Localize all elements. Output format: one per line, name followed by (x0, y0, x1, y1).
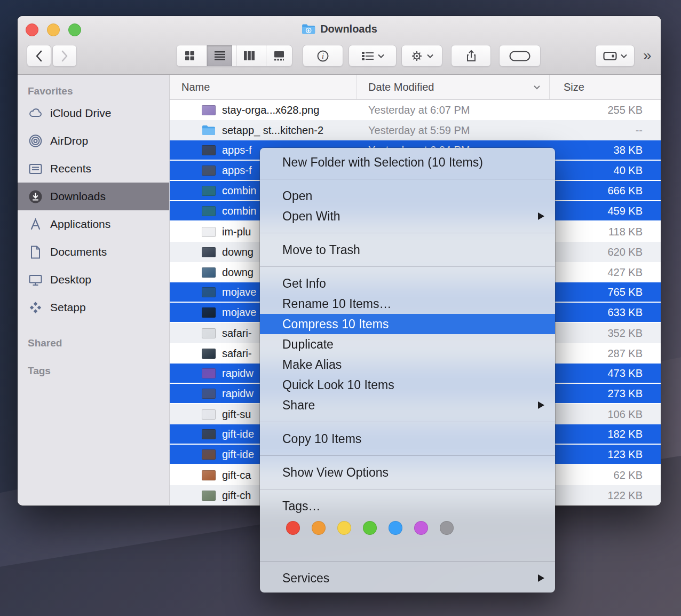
zoom-button[interactable] (68, 23, 81, 36)
file-size: 633 KB (550, 306, 661, 319)
menu-item-new-folder-with-selection-10-items[interactable]: New Folder with Selection (10 Items) (260, 152, 555, 172)
file-thumbnail (202, 227, 216, 237)
tag-color-dot[interactable] (363, 521, 377, 535)
file-name: mojave (222, 306, 256, 319)
file-name: gift-su (222, 408, 251, 421)
forward-button[interactable] (52, 45, 77, 67)
chevron-left-icon (35, 49, 43, 63)
menu-item-show-view-options[interactable]: Show View Options (260, 462, 555, 483)
menu-item-make-alias[interactable]: Make Alias (260, 354, 555, 375)
tag-button[interactable] (499, 45, 541, 67)
applications-icon (28, 217, 43, 232)
menu-item-rename-10-items[interactable]: Rename 10 Items… (260, 294, 555, 314)
file-thumbnail (202, 105, 216, 115)
menu-item-duplicate[interactable]: Duplicate (260, 334, 555, 354)
device-button[interactable] (595, 45, 635, 67)
tag-color-dot[interactable] (440, 521, 454, 535)
submenu-arrow-icon (538, 401, 544, 409)
cloud-icon (28, 106, 43, 121)
gallery-view-button[interactable] (266, 45, 292, 66)
action-button[interactable] (401, 45, 442, 67)
menu-item-label: Rename 10 Items… (282, 297, 392, 311)
menu-item-label: Quick Look 10 Items (282, 378, 394, 392)
share-button[interactable] (451, 45, 491, 67)
file-name: safari- (222, 348, 252, 360)
file-size: 38 KB (550, 144, 661, 156)
file-name: combin (222, 205, 256, 217)
sidebar: FavoritesiCloud DriveAirDropRecentsDownl… (18, 75, 170, 505)
sidebar-item-icloud-drive[interactable]: iCloud Drive (18, 99, 169, 127)
menu-separator (260, 422, 555, 422)
column-header-name[interactable]: Name (170, 75, 357, 99)
menu-item-tags[interactable]: Tags… (260, 496, 555, 516)
menu-item-quick-look-10-items[interactable]: Quick Look 10 Items (260, 375, 555, 395)
menu-spacer (260, 540, 555, 555)
menu-item-label: Open (282, 189, 312, 203)
menu-item-share[interactable]: Share (260, 395, 555, 415)
file-date: Yesterday at 6:07 PM (357, 104, 550, 116)
menu-item-open[interactable]: Open (260, 186, 555, 206)
share-icon (465, 50, 477, 62)
column-header-label: Date Modified (368, 81, 434, 93)
tag-color-dot[interactable] (414, 521, 428, 535)
file-name-cell: stay-orga...x628.png (170, 104, 357, 116)
sidebar-item-recents[interactable]: Recents (18, 155, 169, 183)
menu-item-copy-10-items[interactable]: Copy 10 Items (260, 429, 555, 449)
menu-item-get-info[interactable]: Get Info (260, 273, 555, 294)
group-button[interactable] (349, 45, 397, 67)
list-view-button[interactable] (207, 45, 233, 66)
file-row[interactable]: stay-orga...x628.pngYesterday at 6:07 PM… (170, 100, 661, 120)
column-view-button[interactable] (236, 45, 262, 66)
menu-separator (260, 455, 555, 456)
file-thumbnail (202, 247, 216, 257)
file-date: Yesterday at 5:59 PM (357, 124, 550, 137)
sidebar-item-downloads[interactable]: Downloads (18, 183, 169, 210)
file-thumbnail (202, 491, 216, 501)
column-header-size[interactable]: Size (550, 75, 661, 99)
minimize-button[interactable] (47, 23, 60, 36)
menu-item-open-with[interactable]: Open With (260, 206, 555, 226)
sidebar-item-applications[interactable]: Applications (18, 210, 169, 238)
column-header-label: Size (564, 81, 584, 93)
sort-chevron-icon (533, 85, 541, 90)
file-size: 182 KB (550, 428, 661, 440)
column-header-date-modified[interactable]: Date Modified (357, 75, 550, 99)
icon-view-button[interactable] (177, 45, 203, 66)
file-name: downg (222, 266, 254, 279)
close-button[interactable] (26, 23, 38, 36)
column-view-icon (244, 51, 255, 60)
sidebar-item-documents[interactable]: Documents (18, 238, 169, 266)
toolbar-overflow-button[interactable]: » (643, 47, 651, 64)
get-info-button[interactable]: i (303, 45, 343, 67)
file-row[interactable]: setapp_ st...kitchen-2Yesterday at 5:59 … (170, 120, 661, 140)
gallery-view-icon (273, 51, 285, 61)
submenu-arrow-icon (538, 212, 544, 220)
sidebar-item-desktop[interactable]: Desktop (18, 266, 169, 294)
tag-color-dot[interactable] (312, 521, 326, 535)
gear-icon (410, 50, 423, 62)
back-button[interactable] (27, 45, 51, 67)
tag-colors-row (260, 516, 555, 540)
titlebar[interactable]: Downloads (301, 23, 377, 35)
menu-item-compress-10-items[interactable]: Compress 10 Items (260, 314, 555, 334)
menu-item-move-to-trash[interactable]: Move to Trash (260, 240, 555, 260)
sidebar-item-setapp[interactable]: Setapp (18, 294, 169, 321)
airdrop-icon (28, 133, 43, 149)
tag-color-dot[interactable] (286, 521, 300, 535)
sidebar-item-label: Recents (50, 162, 91, 175)
file-thumbnail (202, 206, 216, 216)
menu-item-services[interactable]: Services (260, 568, 555, 588)
file-size: 666 KB (550, 185, 661, 197)
file-thumbnail (202, 287, 216, 297)
sidebar-item-airdrop[interactable]: AirDrop (18, 127, 169, 155)
file-size: 122 KB (550, 489, 661, 502)
file-thumbnail (202, 145, 216, 155)
tag-icon (509, 50, 530, 62)
downloads-icon (28, 189, 43, 204)
tag-color-dot[interactable] (337, 521, 351, 535)
tag-color-dot[interactable] (389, 521, 402, 535)
file-name: downg (222, 246, 254, 258)
sidebar-section-favorites: Favorites (18, 85, 169, 97)
menu-separator (260, 179, 555, 179)
file-name: stay-orga...x628.png (222, 104, 319, 116)
